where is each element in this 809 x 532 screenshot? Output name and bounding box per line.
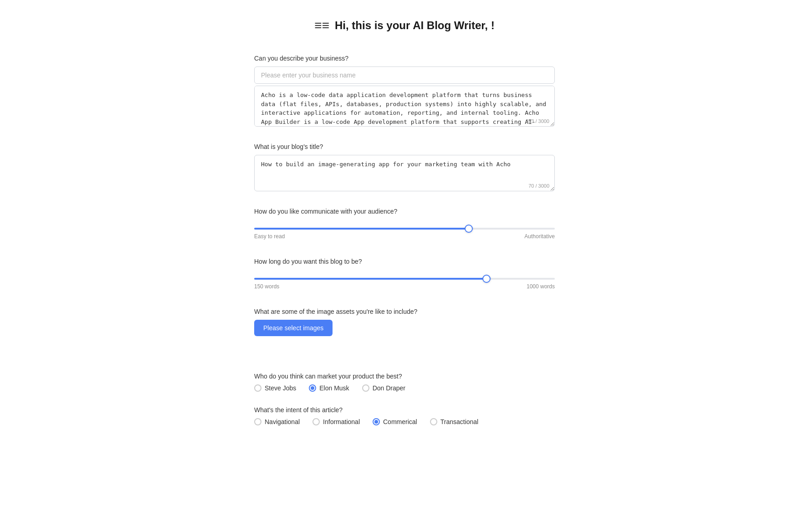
marketer-radio-don [362,384,369,392]
business-description-wrapper: Acho is a low-code data application deve… [254,86,555,128]
length-right-label: 1000 words [527,283,555,290]
page-title: Hi, this is your AI Blog Writer, ! [335,19,495,32]
intent-label-nav: Navigational [265,418,300,425]
length-slider[interactable] [254,278,555,280]
intent-option-info[interactable]: Informational [312,418,360,425]
marketer-option-elon[interactable]: Elon Musk [309,384,349,392]
tone-left-label: Easy to read [254,233,285,240]
tone-slider-labels: Easy to read Authoritative [254,233,555,240]
intent-radio-nav [254,418,261,425]
intent-section: What's the intent of this article? Navig… [254,406,555,425]
select-images-button[interactable]: Please select images [254,320,333,336]
intent-option-trans[interactable]: Transactional [430,418,479,425]
tone-right-label: Authoritative [524,233,555,240]
business-description-textarea[interactable]: Acho is a low-code data application deve… [254,86,555,127]
tone-slider[interactable] [254,228,555,230]
marketer-label-steve: Steve Jobs [265,384,296,392]
intent-label-trans: Transactional [440,418,479,425]
tone-slider-container: Easy to read Authoritative [254,220,555,243]
intent-option-nav[interactable]: Navigational [254,418,300,425]
blog-title-wrapper: How to build an image-generating app for… [254,155,555,193]
images-label: What are some of the image assets you're… [254,308,555,315]
marketer-radio-steve [254,384,261,392]
intent-radio-trans [430,418,437,425]
intent-label: What's the intent of this article? [254,406,555,414]
business-label: Can you describe your business? [254,55,555,62]
intent-option-comm[interactable]: Commerical [373,418,417,425]
tone-label: How do you like communicate with your au… [254,208,555,215]
marketer-label-don: Don Draper [373,384,405,392]
marketer-section: Who do you think can market your product… [254,373,555,392]
marketer-label-elon: Elon Musk [319,384,349,392]
marketer-option-don[interactable]: Don Draper [362,384,405,392]
marketer-radio-group: Steve Jobs Elon Musk Don Draper [254,384,555,392]
length-label: How long do you want this blog to be? [254,258,555,265]
length-slider-labels: 150 words 1000 words [254,283,555,290]
marketer-label: Who do you think can market your product… [254,373,555,380]
blog-title-label: What is your blog's title? [254,143,555,150]
intent-label-comm: Commerical [383,418,417,425]
header-icon: ≡≡ [314,18,329,33]
length-left-label: 150 words [254,283,279,290]
business-name-input[interactable] [254,66,555,84]
intent-radio-comm [373,418,380,425]
blog-title-char-count: 70 / 3000 [528,183,549,189]
blog-title-textarea[interactable]: How to build an image-generating app for… [254,155,555,191]
intent-radio-group: Navigational Informational Commerical Tr… [254,418,555,425]
page-header: ≡≡ Hi, this is your AI Blog Writer, ! [254,18,555,33]
business-section: Can you describe your business? Acho is … [254,55,555,128]
marketer-option-steve[interactable]: Steve Jobs [254,384,296,392]
blog-title-section: What is your blog's title? How to build … [254,143,555,193]
length-section: How long do you want this blog to be? 15… [254,258,555,293]
images-section: What are some of the image assets you're… [254,308,555,336]
intent-label-info: Informational [323,418,360,425]
intent-radio-info [312,418,320,425]
business-char-count: 353 / 3000 [526,118,549,124]
tone-section: How do you like communicate with your au… [254,208,555,243]
length-slider-container: 150 words 1000 words [254,270,555,293]
marketer-radio-elon [309,384,316,392]
